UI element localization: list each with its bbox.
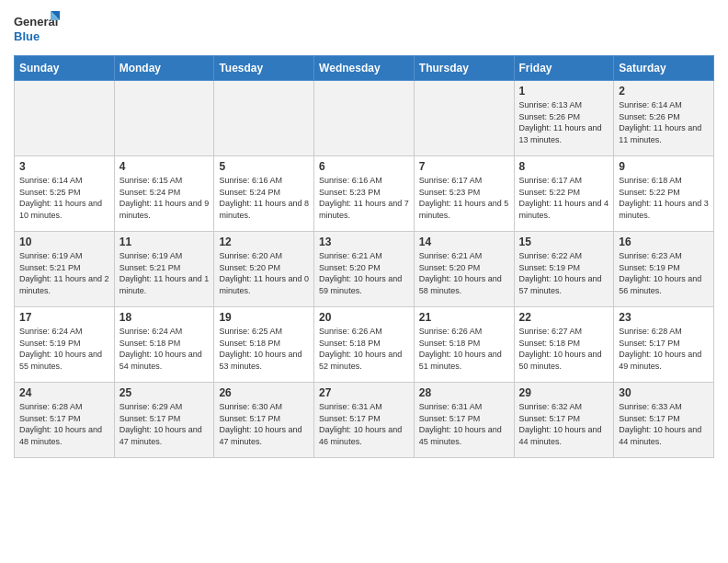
day-number: 9 (619, 160, 709, 173)
day-cell: 18Sunrise: 6:24 AM Sunset: 5:18 PM Dayli… (114, 307, 214, 383)
day-info: Sunrise: 6:27 AM Sunset: 5:18 PM Dayligh… (519, 326, 609, 372)
col-header-tuesday: Tuesday (214, 56, 314, 81)
day-number: 3 (19, 160, 109, 173)
day-cell (414, 81, 514, 156)
header-row: General Blue (14, 9, 714, 48)
col-header-saturday: Saturday (614, 56, 714, 81)
day-cell: 29Sunrise: 6:32 AM Sunset: 5:17 PM Dayli… (514, 383, 614, 458)
day-number: 2 (619, 85, 709, 98)
day-cell: 28Sunrise: 6:31 AM Sunset: 5:17 PM Dayli… (414, 383, 514, 458)
day-info: Sunrise: 6:30 AM Sunset: 5:17 PM Dayligh… (219, 401, 309, 447)
day-number: 29 (519, 386, 609, 399)
day-cell: 5Sunrise: 6:16 AM Sunset: 5:24 PM Daylig… (214, 156, 314, 232)
day-number: 27 (319, 386, 409, 399)
day-cell: 9Sunrise: 6:18 AM Sunset: 5:22 PM Daylig… (614, 156, 714, 232)
day-cell: 21Sunrise: 6:26 AM Sunset: 5:18 PM Dayli… (414, 307, 514, 383)
day-number: 26 (219, 386, 309, 399)
day-number: 7 (419, 160, 509, 173)
day-number: 5 (219, 160, 309, 173)
day-info: Sunrise: 6:21 AM Sunset: 5:20 PM Dayligh… (419, 250, 509, 296)
col-header-wednesday: Wednesday (314, 56, 415, 81)
day-cell: 24Sunrise: 6:28 AM Sunset: 5:17 PM Dayli… (15, 383, 115, 458)
day-number: 19 (219, 311, 309, 324)
day-cell: 11Sunrise: 6:19 AM Sunset: 5:21 PM Dayli… (114, 232, 214, 307)
week-row-5: 24Sunrise: 6:28 AM Sunset: 5:17 PM Dayli… (15, 383, 714, 458)
week-row-1: 1Sunrise: 6:13 AM Sunset: 5:26 PM Daylig… (15, 81, 714, 156)
day-cell: 20Sunrise: 6:26 AM Sunset: 5:18 PM Dayli… (314, 307, 415, 383)
header-row-days: SundayMondayTuesdayWednesdayThursdayFrid… (15, 56, 714, 81)
day-number: 13 (319, 236, 409, 248)
day-info: Sunrise: 6:20 AM Sunset: 5:20 PM Dayligh… (219, 250, 309, 296)
day-info: Sunrise: 6:14 AM Sunset: 5:25 PM Dayligh… (19, 175, 109, 221)
day-info: Sunrise: 6:16 AM Sunset: 5:23 PM Dayligh… (319, 175, 409, 221)
week-row-3: 10Sunrise: 6:19 AM Sunset: 5:21 PM Dayli… (15, 232, 714, 307)
day-info: Sunrise: 6:23 AM Sunset: 5:19 PM Dayligh… (619, 250, 709, 296)
day-number: 30 (619, 386, 709, 399)
day-number: 18 (119, 311, 210, 324)
day-cell: 25Sunrise: 6:29 AM Sunset: 5:17 PM Dayli… (114, 383, 214, 458)
day-number: 22 (519, 311, 609, 324)
day-number: 17 (19, 311, 109, 324)
day-number: 25 (119, 386, 210, 399)
day-number: 6 (319, 160, 409, 173)
day-cell: 30Sunrise: 6:33 AM Sunset: 5:17 PM Dayli… (614, 383, 714, 458)
day-info: Sunrise: 6:18 AM Sunset: 5:22 PM Dayligh… (619, 175, 709, 221)
day-info: Sunrise: 6:33 AM Sunset: 5:17 PM Dayligh… (619, 401, 709, 447)
day-info: Sunrise: 6:31 AM Sunset: 5:17 PM Dayligh… (419, 401, 509, 447)
day-info: Sunrise: 6:31 AM Sunset: 5:17 PM Dayligh… (319, 401, 409, 447)
day-number: 23 (619, 311, 709, 324)
day-cell: 23Sunrise: 6:28 AM Sunset: 5:17 PM Dayli… (614, 307, 714, 383)
svg-text:Blue: Blue (14, 29, 40, 43)
day-info: Sunrise: 6:25 AM Sunset: 5:18 PM Dayligh… (219, 326, 309, 372)
day-info: Sunrise: 6:28 AM Sunset: 5:17 PM Dayligh… (619, 326, 709, 372)
col-header-thursday: Thursday (414, 56, 514, 81)
day-cell: 12Sunrise: 6:20 AM Sunset: 5:20 PM Dayli… (214, 232, 314, 307)
week-row-4: 17Sunrise: 6:24 AM Sunset: 5:19 PM Dayli… (15, 307, 714, 383)
day-cell (214, 81, 314, 156)
day-info: Sunrise: 6:19 AM Sunset: 5:21 PM Dayligh… (19, 250, 109, 296)
day-number: 15 (519, 236, 609, 248)
day-cell: 14Sunrise: 6:21 AM Sunset: 5:20 PM Dayli… (414, 232, 514, 307)
day-cell: 19Sunrise: 6:25 AM Sunset: 5:18 PM Dayli… (214, 307, 314, 383)
day-number: 4 (119, 160, 210, 173)
week-row-2: 3Sunrise: 6:14 AM Sunset: 5:25 PM Daylig… (15, 156, 714, 232)
day-info: Sunrise: 6:29 AM Sunset: 5:17 PM Dayligh… (119, 401, 210, 447)
day-number: 24 (19, 386, 109, 399)
day-number: 1 (519, 85, 609, 98)
day-info: Sunrise: 6:17 AM Sunset: 5:22 PM Dayligh… (519, 175, 609, 221)
day-info: Sunrise: 6:17 AM Sunset: 5:23 PM Dayligh… (419, 175, 509, 221)
day-cell (15, 81, 115, 156)
day-number: 20 (319, 311, 409, 324)
day-number: 11 (119, 236, 210, 248)
day-number: 8 (519, 160, 609, 173)
day-cell: 10Sunrise: 6:19 AM Sunset: 5:21 PM Dayli… (15, 232, 115, 307)
day-info: Sunrise: 6:24 AM Sunset: 5:19 PM Dayligh… (19, 326, 109, 372)
day-cell: 27Sunrise: 6:31 AM Sunset: 5:17 PM Dayli… (314, 383, 415, 458)
day-number: 28 (419, 386, 509, 399)
calendar-table: SundayMondayTuesdayWednesdayThursdayFrid… (14, 55, 714, 458)
day-number: 12 (219, 236, 309, 248)
day-number: 14 (419, 236, 509, 248)
day-info: Sunrise: 6:32 AM Sunset: 5:17 PM Dayligh… (519, 401, 609, 447)
day-cell (314, 81, 415, 156)
page-container: General Blue SundayMondayTuesdayWednesda… (0, 0, 728, 463)
day-info: Sunrise: 6:26 AM Sunset: 5:18 PM Dayligh… (319, 326, 409, 372)
day-cell: 13Sunrise: 6:21 AM Sunset: 5:20 PM Dayli… (314, 232, 415, 307)
day-cell: 4Sunrise: 6:15 AM Sunset: 5:24 PM Daylig… (114, 156, 214, 232)
col-header-friday: Friday (514, 56, 614, 81)
day-info: Sunrise: 6:24 AM Sunset: 5:18 PM Dayligh… (119, 326, 210, 372)
day-cell: 2Sunrise: 6:14 AM Sunset: 5:26 PM Daylig… (614, 81, 714, 156)
col-header-sunday: Sunday (15, 56, 115, 81)
day-info: Sunrise: 6:15 AM Sunset: 5:24 PM Dayligh… (119, 175, 210, 221)
col-header-monday: Monday (114, 56, 214, 81)
day-cell: 3Sunrise: 6:14 AM Sunset: 5:25 PM Daylig… (15, 156, 115, 232)
day-cell: 16Sunrise: 6:23 AM Sunset: 5:19 PM Dayli… (614, 232, 714, 307)
logo-svg: General Blue (14, 9, 60, 48)
day-info: Sunrise: 6:19 AM Sunset: 5:21 PM Dayligh… (119, 250, 210, 296)
day-cell: 17Sunrise: 6:24 AM Sunset: 5:19 PM Dayli… (15, 307, 115, 383)
day-info: Sunrise: 6:26 AM Sunset: 5:18 PM Dayligh… (419, 326, 509, 372)
day-info: Sunrise: 6:16 AM Sunset: 5:24 PM Dayligh… (219, 175, 309, 221)
day-info: Sunrise: 6:28 AM Sunset: 5:17 PM Dayligh… (19, 401, 109, 447)
day-info: Sunrise: 6:22 AM Sunset: 5:19 PM Dayligh… (519, 250, 609, 296)
day-number: 21 (419, 311, 509, 324)
